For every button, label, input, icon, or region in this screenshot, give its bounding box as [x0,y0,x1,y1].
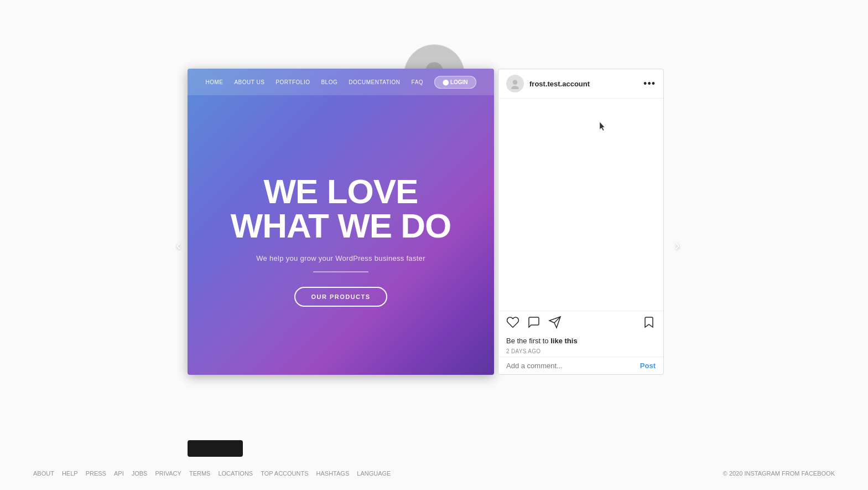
next-arrow[interactable]: › [675,236,680,254]
footer-locations[interactable]: LOCATIONS [218,470,253,477]
footer-hashtags[interactable]: HASHTAGS [316,470,350,477]
nav-blog[interactable]: BLOG [321,79,337,85]
comment-input[interactable] [506,362,640,370]
hero-subtitle: We help you grow your WordPress business… [256,254,425,262]
post-likes: Be the first to like this [498,336,663,347]
post-actions-row [498,311,663,336]
our-products-button[interactable]: OUR PRODUCTS [294,287,387,307]
like-icon[interactable] [506,316,519,331]
prev-arrow[interactable]: ‹ [176,236,181,254]
footer-api[interactable]: API [114,470,124,477]
post-button[interactable]: Post [640,362,656,370]
footer-privacy[interactable]: PRIVACY [155,470,181,477]
footer-jobs[interactable]: JOBS [132,470,148,477]
nav-about[interactable]: ABOUT US [234,79,264,85]
hero-divider [313,271,368,272]
ig-footer: ABOUT HELP PRESS API JOBS PRIVACY TERMS … [0,457,868,490]
nav-portfolio[interactable]: PORTFOLIO [276,79,310,85]
post-username: frost.test.account [529,80,643,88]
post-header: frost.test.account ••• [498,69,663,99]
post-avatar [506,75,524,92]
nav-faq[interactable]: FAQ [412,79,424,85]
comment-icon[interactable] [527,316,540,331]
svg-point-3 [511,86,518,89]
post-more-button[interactable]: ••• [643,78,656,90]
share-icon[interactable] [548,316,562,331]
nav-home[interactable]: HOME [205,79,223,85]
nav-documentation[interactable]: DOCUMENTATION [349,79,400,85]
footer-top-accounts[interactable]: TOP ACCOUNTS [261,470,308,477]
footer-copyright: © 2020 INSTAGRAM FROM FACEBOOK [723,470,835,477]
hero-title: WE LOVE WHAT WE DO [231,174,451,243]
footer-language[interactable]: LANGUAGE [357,470,391,477]
footer-press[interactable]: PRESS [86,470,106,477]
ig-post-panel: frost.test.account ••• [498,69,664,375]
hero-section: HOME ABOUT US PORTFOLIO BLOG DOCUMENTATI… [188,69,494,375]
post-comment-area: Post [498,357,663,374]
website-preview: HOME ABOUT US PORTFOLIO BLOG DOCUMENTATI… [188,69,494,375]
post-action-icons [506,316,642,331]
footer-about[interactable]: ABOUT [33,470,54,477]
bookmark-icon[interactable] [642,316,656,331]
post-image-area [498,99,663,311]
svg-point-2 [513,80,517,84]
footer-links: ABOUT HELP PRESS API JOBS PRIVACY TERMS … [33,470,391,477]
floating-element [188,440,243,457]
footer-help[interactable]: HELP [62,470,78,477]
login-button[interactable]: ⬤ LOGIN [434,76,476,89]
post-time: 2 DAYS AGO [498,347,663,357]
frost-navbar: HOME ABOUT US PORTFOLIO BLOG DOCUMENTATI… [188,69,494,95]
footer-terms[interactable]: TERMS [189,470,211,477]
